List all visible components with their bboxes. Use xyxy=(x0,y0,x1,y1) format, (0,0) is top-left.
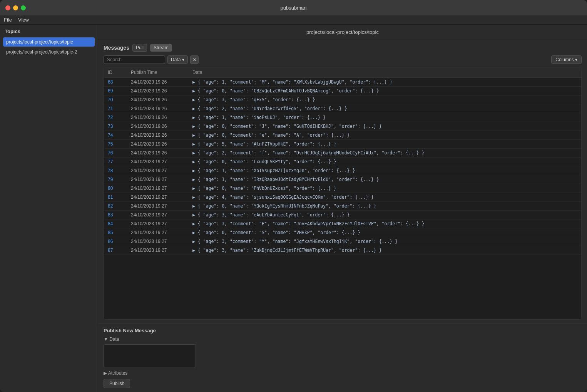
table-row[interactable]: 7624/10/2023 19:26▶ { "age": 2, "comment… xyxy=(104,149,581,157)
cell-time: 24/10/2023 19:26 xyxy=(127,95,189,104)
cell-time: 24/10/2023 19:26 xyxy=(127,149,189,157)
cell-time: 24/10/2023 19:27 xyxy=(127,219,189,228)
table-row[interactable]: 6924/10/2023 19:26▶ { "age": 0, "name": … xyxy=(104,87,581,95)
menu-bar: File View xyxy=(0,15,587,25)
table-row[interactable]: 8624/10/2023 19:27▶ { "age": 3, "comment… xyxy=(104,237,581,246)
cell-time: 24/10/2023 19:26 xyxy=(127,104,189,113)
cell-id: 72 xyxy=(104,113,127,122)
cell-time: 24/10/2023 19:27 xyxy=(127,166,189,175)
cell-id: 78 xyxy=(104,166,127,175)
cell-data: ▶ { "age": 3, "name": "eAuLYbAuntecCyFqI… xyxy=(189,211,581,219)
table-row[interactable]: 8424/10/2023 19:27▶ { "age": 3, "comment… xyxy=(104,219,581,228)
table-row[interactable]: 7924/10/2023 19:27▶ { "age": 1, "name": … xyxy=(104,175,581,184)
sidebar-item-topic1[interactable]: projects/local-project/topics/topic xyxy=(3,37,95,47)
cell-time: 24/10/2023 19:26 xyxy=(127,140,189,149)
cell-data: ▶ { "age": 1, "name": "IRzQRaabwJOdtIady… xyxy=(189,175,581,184)
content-area: projects/local-project/topics/topic Mess… xyxy=(98,25,587,392)
close-button[interactable] xyxy=(5,5,10,10)
menu-file[interactable]: File xyxy=(4,17,12,23)
cell-data: ▶ { "age": 0, "comment": "S", "name": "V… xyxy=(189,228,581,237)
toolbar: Data ▾ ✕ Columns ▾ xyxy=(104,55,582,64)
cell-id: 77 xyxy=(104,157,127,166)
cell-time: 24/10/2023 19:27 xyxy=(127,193,189,202)
cell-data: ▶ { "age": 0, "name": "PhVbDnUZxcsz", "o… xyxy=(189,184,581,193)
filter-chevron-icon: ▾ xyxy=(182,57,184,62)
cell-id: 87 xyxy=(104,246,127,255)
sidebar: Topics projects/local-project/topics/top… xyxy=(0,25,98,392)
main-layout: Topics projects/local-project/topics/top… xyxy=(0,25,587,392)
attributes-toggle[interactable]: ▶ Attributes xyxy=(104,370,582,376)
filter-button[interactable]: Data ▾ xyxy=(167,55,188,64)
sidebar-item-topic2[interactable]: projects/local-project/topics/topic-2 xyxy=(3,47,95,57)
tab-stream[interactable]: Stream xyxy=(150,44,172,52)
table-row[interactable]: 7424/10/2023 19:26▶ { "age": 0, "comment… xyxy=(104,131,581,140)
messages-title: Messages xyxy=(104,45,129,51)
data-section-toggle[interactable]: ▼ Data xyxy=(104,337,582,342)
cell-id: 79 xyxy=(104,175,127,184)
table-row[interactable]: 8124/10/2023 19:27▶ { "age": 4, "name": … xyxy=(104,193,581,202)
cell-data: ▶ { "age": 0, "name": "YQokIgYEysRhmUINF… xyxy=(189,202,581,211)
publish-data-input[interactable] xyxy=(104,344,196,367)
cell-time: 24/10/2023 19:26 xyxy=(127,78,189,87)
cell-data: ▶ { "age": 1, "comment": "M", "name": "X… xyxy=(189,78,581,87)
minimize-button[interactable] xyxy=(13,5,18,10)
table-row[interactable]: 8724/10/2023 19:27▶ { "age": 3, "name": … xyxy=(104,246,581,255)
cell-id: 85 xyxy=(104,228,127,237)
table-row[interactable]: 7224/10/2023 19:26▶ { "age": 1, "name": … xyxy=(104,113,581,122)
cell-id: 74 xyxy=(104,131,127,140)
table-row[interactable]: 8024/10/2023 19:27▶ { "age": 0, "name": … xyxy=(104,184,581,193)
menu-view[interactable]: View xyxy=(18,17,29,23)
cell-data: ▶ { "age": 1, "name": "XoTVsupzNZTjuzxYg… xyxy=(189,166,581,175)
table-row[interactable]: 6824/10/2023 19:26▶ { "age": 1, "comment… xyxy=(104,78,581,87)
table-row[interactable]: 7724/10/2023 19:27▶ { "age": 0, "name": … xyxy=(104,157,581,166)
messages-table-container[interactable]: ID Publish Time Data 6824/10/2023 19:26▶… xyxy=(104,67,582,320)
cell-time: 24/10/2023 19:27 xyxy=(127,202,189,211)
cell-time: 24/10/2023 19:27 xyxy=(127,228,189,237)
maximize-button[interactable] xyxy=(21,5,26,10)
clear-filter-button[interactable]: ✕ xyxy=(190,55,199,64)
table-row[interactable]: 7024/10/2023 19:26▶ { "age": 3, "name": … xyxy=(104,95,581,104)
messages-section: Messages Pull Stream Data ▾ ✕ Columns ▾ xyxy=(98,40,587,323)
cell-time: 24/10/2023 19:27 xyxy=(127,184,189,193)
cell-time: 24/10/2023 19:26 xyxy=(127,87,189,95)
publish-section: Publish New Message ▼ Data ▶ Attributes … xyxy=(98,323,587,392)
cell-data: ▶ { "age": 3, "comment": "Y", "name": "J… xyxy=(189,237,581,246)
table-row[interactable]: 8524/10/2023 19:27▶ { "age": 0, "comment… xyxy=(104,228,581,237)
cell-id: 86 xyxy=(104,237,127,246)
cell-time: 24/10/2023 19:26 xyxy=(127,122,189,131)
tab-pull[interactable]: Pull xyxy=(132,44,147,52)
col-header-time: Publish Time xyxy=(127,67,189,78)
cell-id: 81 xyxy=(104,193,127,202)
traffic-lights xyxy=(5,5,26,10)
table-row[interactable]: 8224/10/2023 19:27▶ { "age": 0, "name": … xyxy=(104,202,581,211)
table-row[interactable]: 8324/10/2023 19:27▶ { "age": 3, "name": … xyxy=(104,211,581,219)
search-input[interactable] xyxy=(104,55,165,64)
cell-id: 82 xyxy=(104,202,127,211)
cell-time: 24/10/2023 19:27 xyxy=(127,237,189,246)
cell-id: 68 xyxy=(104,78,127,87)
cell-id: 80 xyxy=(104,184,127,193)
table-row[interactable]: 7524/10/2023 19:26▶ { "age": 5, "name": … xyxy=(104,140,581,149)
publish-title: Publish New Message xyxy=(104,328,582,333)
publish-button[interactable]: Publish xyxy=(104,379,130,388)
col-header-data: Data xyxy=(189,67,581,78)
cell-time: 24/10/2023 19:27 xyxy=(127,157,189,166)
cell-data: ▶ { "age": 0, "name": "CBZvQoLzCRFmCAHuT… xyxy=(189,87,581,95)
clear-icon: ✕ xyxy=(192,57,197,63)
cell-id: 83 xyxy=(104,211,127,219)
messages-table: ID Publish Time Data 6824/10/2023 19:26▶… xyxy=(104,67,581,255)
table-row[interactable]: 7324/10/2023 19:26▶ { "age": 0, "comment… xyxy=(104,122,581,131)
cell-data: ▶ { "age": 3, "name": "qExS", "order": {… xyxy=(189,95,581,104)
cell-time: 24/10/2023 19:26 xyxy=(127,113,189,122)
cell-id: 75 xyxy=(104,140,127,149)
cell-id: 76 xyxy=(104,149,127,157)
cell-id: 71 xyxy=(104,104,127,113)
cell-id: 69 xyxy=(104,87,127,95)
messages-header: Messages Pull Stream xyxy=(104,44,582,52)
cell-data: ▶ { "age": 2, "comment": "f", "name": "D… xyxy=(189,149,581,157)
columns-button[interactable]: Columns ▾ xyxy=(551,55,582,64)
cell-data: ▶ { "age": 0, "comment": "J", "name": "G… xyxy=(189,122,581,131)
table-row[interactable]: 7824/10/2023 19:27▶ { "age": 1, "name": … xyxy=(104,166,581,175)
cell-time: 24/10/2023 19:27 xyxy=(127,246,189,255)
table-row[interactable]: 7124/10/2023 19:26▶ { "age": 2, "name": … xyxy=(104,104,581,113)
